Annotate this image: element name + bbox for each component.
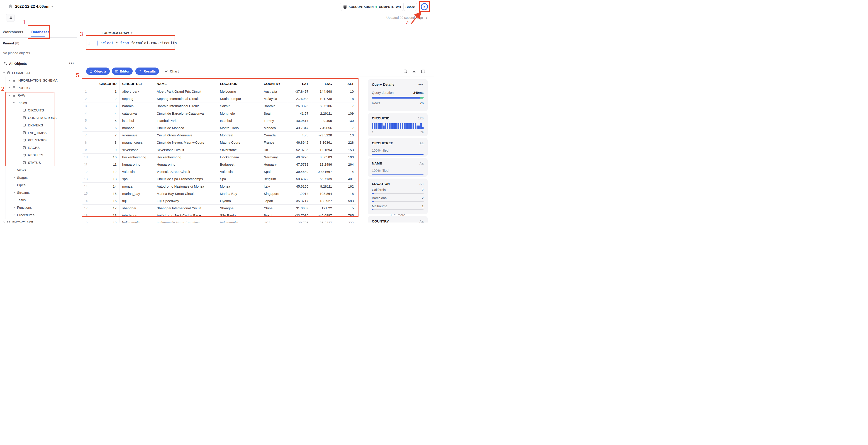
tree-item-streams[interactable]: Streams (0, 189, 76, 196)
chevron-right-icon[interactable] (13, 191, 16, 194)
tree-item-races[interactable]: RACES (0, 144, 76, 151)
tree-item-status[interactable]: STATUS (0, 159, 76, 166)
tree-item-raw[interactable]: RAW (0, 92, 76, 99)
table-cell: Sepang International Circuit (154, 95, 217, 102)
row-number: 7 (82, 132, 90, 139)
field-card-country[interactable]: COUNTRY Aa (368, 216, 428, 222)
table-row: 1919indianapolisIndianapolis Motor Speed… (82, 219, 357, 222)
tree-item-drivers[interactable]: DRIVERS (0, 122, 76, 129)
tree-item-constructors[interactable]: CONSTRUCTORS (0, 114, 76, 122)
table-cell: 15 (90, 190, 120, 197)
filters-button[interactable] (6, 14, 15, 22)
row-number: 16 (82, 197, 90, 205)
table-cell: Marina Bay Street Circuit (154, 190, 217, 197)
editor-context-selector[interactable]: FORMULA1.RAW ▼ (101, 31, 133, 35)
home-icon[interactable] (7, 4, 13, 9)
row-number: 15 (82, 190, 90, 197)
tree-item-pit_stops[interactable]: PIT_STOPS (0, 136, 76, 144)
table-cell: -0.331667 (311, 168, 335, 175)
column-header[interactable]: LAT (288, 80, 311, 88)
search-results-icon[interactable] (403, 69, 408, 74)
context-badge[interactable]: ACCOUNTADMIN COMPUTE_WH (340, 3, 404, 11)
table-cell: 50.4372 (288, 175, 311, 183)
tree-item-formula1[interactable]: FORMULA1 (0, 69, 76, 77)
chevron-right-icon[interactable] (13, 199, 16, 201)
table-cell: 29.405 (311, 117, 335, 125)
share-button[interactable]: Share (403, 3, 417, 11)
chevron-right-icon[interactable] (8, 79, 11, 81)
tab-results[interactable]: Results (135, 68, 159, 75)
table-cell: Spa (217, 175, 261, 183)
chevron-right-icon[interactable] (13, 184, 16, 186)
table-cell: 121.22 (311, 205, 335, 212)
tree-item-snowflake[interactable]: SNOWFLAKE (0, 219, 76, 222)
run-button[interactable] (421, 3, 428, 10)
tab-objects[interactable]: Objects (86, 68, 110, 75)
objects-menu-button[interactable]: ••• (69, 62, 74, 64)
table-cell: Circuit Gilles Villeneuve (154, 132, 217, 139)
column-header[interactable]: NAME (154, 80, 217, 88)
column-header[interactable]: COUNTRY (261, 80, 288, 88)
tree-item-public[interactable]: PUBLIC (0, 84, 76, 92)
table-cell: Circuit de Nevers Magny-Cours (154, 139, 217, 146)
chevron-down-icon[interactable] (3, 72, 5, 74)
column-header[interactable]: LOCATION (217, 80, 261, 88)
sql-editor-line[interactable]: select * from formula1.raw.circuits (100, 41, 177, 45)
chevron-right-icon[interactable] (13, 214, 16, 216)
chevron-right-icon[interactable] (13, 206, 16, 209)
table-cell: 153 (335, 146, 356, 153)
tree-item-results[interactable]: RESULTS (0, 151, 76, 159)
chevron-right-icon[interactable] (13, 176, 16, 179)
column-header[interactable]: LNG (311, 80, 335, 88)
tree-item-lap_times[interactable]: LAP_TIMES (0, 129, 76, 136)
field-card-circuitid[interactable]: CIRCUITID 123 1 79 (368, 113, 428, 136)
chevron-down-icon[interactable] (13, 102, 16, 104)
tree-item-label: PIT_STOPS (28, 138, 46, 142)
tree-item-tables[interactable]: Tables (0, 99, 76, 106)
row-number: 12 (82, 168, 90, 175)
column-header[interactable]: ALT (335, 80, 356, 88)
column-header[interactable] (82, 80, 90, 88)
tab-chart[interactable]: Chart (164, 68, 179, 75)
chevron-right-icon[interactable] (8, 87, 11, 89)
download-icon[interactable] (412, 69, 416, 74)
sidebar-tab-worksheets[interactable]: Worksheets (3, 30, 23, 34)
chevron-right-icon[interactable] (13, 169, 16, 171)
field-card-name[interactable]: NAME Aa 100% filled (368, 158, 428, 177)
tree-item-procedures[interactable]: Procedures (0, 211, 76, 219)
tree-item-label: Functions (17, 206, 32, 209)
tree-item-label: Views (17, 168, 26, 172)
tree-item-information_schema[interactable]: INFORMATION_SCHEMA (0, 77, 76, 84)
tree-item-circuits[interactable]: CIRCUITS (0, 106, 76, 114)
all-objects-search[interactable]: All Objects (9, 62, 27, 66)
table-cell: 103 (335, 153, 356, 161)
table-cell: 18 (335, 95, 356, 102)
query-details-menu-button[interactable]: ••• (418, 83, 424, 85)
table-row: 33bahrainBahrain International CircuitSa… (82, 102, 357, 110)
field-card-location[interactable]: LOCATION Aa California2Barcelona2Melbour… (368, 178, 428, 214)
table-cell: Magny Cours (217, 139, 261, 146)
split-columns-icon[interactable] (421, 69, 425, 74)
field-card-circuitref[interactable]: CIRCUITREF Aa 100% filled (368, 138, 428, 157)
chevron-right-icon[interactable] (3, 221, 5, 222)
table-cell: 14 (90, 183, 120, 190)
table-cell: 19 (90, 219, 120, 222)
tree-item-label: DRIVERS (28, 123, 43, 127)
table-cell: Circuit de Barcelona-Catalunya (154, 110, 217, 117)
table-cell: Circuit de Spa-Francorchamps (154, 175, 217, 183)
worksheet-title[interactable]: 2022-12-22 4:06pm ▼ (15, 4, 53, 9)
tree-item-views[interactable]: Views (0, 166, 76, 174)
histogram-bar (377, 123, 379, 129)
chevron-down-icon[interactable] (8, 94, 11, 97)
tree-item-pipes[interactable]: Pipes (0, 181, 76, 189)
sidebar-tab-databases[interactable]: Databases (31, 30, 50, 34)
tree-item-functions[interactable]: Functions (0, 204, 76, 211)
tab-editor[interactable]: Editor (112, 68, 133, 75)
filled-percent-text: 100% filled (372, 169, 424, 172)
table-cell: Canada (261, 132, 288, 139)
column-header[interactable]: CIRCUITID (90, 80, 120, 88)
table-cell: 9 (90, 146, 120, 153)
tree-item-stages[interactable]: Stages (0, 174, 76, 181)
column-header[interactable]: CIRCUITREF (120, 80, 154, 88)
tree-item-tasks[interactable]: Tasks (0, 196, 76, 204)
